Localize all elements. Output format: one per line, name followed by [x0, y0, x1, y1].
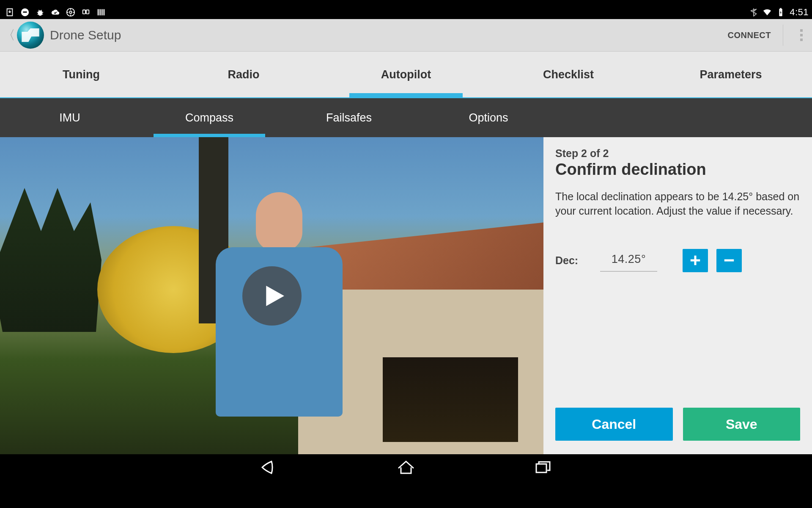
battery-charging-icon	[776, 8, 785, 17]
page-title: Drone Setup	[50, 28, 121, 42]
connect-button[interactable]: CONNECT	[728, 30, 771, 40]
tab-parameters[interactable]: Parameters	[650, 52, 812, 97]
svg-rect-6	[86, 10, 89, 14]
nav-back-icon	[258, 459, 280, 476]
svg-point-2	[38, 10, 43, 16]
svg-rect-7	[98, 9, 99, 15]
nav-back-button[interactable]	[255, 458, 283, 477]
subtab-failsafes[interactable]: Failsafes	[279, 98, 419, 137]
sync-circle-icon	[66, 8, 75, 17]
svg-rect-8	[99, 9, 101, 15]
android-debug-icon	[36, 8, 45, 17]
letterbox-bottom	[0, 480, 812, 508]
svg-rect-10	[104, 9, 105, 15]
chat-icon	[20, 8, 30, 17]
svg-rect-16	[536, 464, 546, 472]
app-logo-icon[interactable]	[17, 22, 44, 49]
step-label: Step 2 of 2	[555, 147, 800, 160]
wifi-icon	[763, 8, 772, 17]
android-status-bar: 4:51	[0, 5, 812, 19]
declination-input[interactable]	[600, 249, 657, 272]
nav-home-icon	[395, 459, 417, 476]
tab-radio[interactable]: Radio	[162, 52, 325, 97]
overflow-menu-button[interactable]	[795, 27, 808, 44]
back-icon[interactable]: 〈	[2, 27, 17, 44]
increment-button[interactable]	[683, 249, 708, 272]
nav-home-button[interactable]	[392, 458, 420, 477]
cloud-check-icon	[51, 8, 60, 17]
subtab-options[interactable]: Options	[419, 98, 558, 137]
bluetooth-icon	[749, 8, 758, 17]
declination-row: Dec:	[555, 249, 800, 272]
tab-checklist[interactable]: Checklist	[487, 52, 650, 97]
save-button[interactable]: Save	[683, 408, 801, 441]
svg-rect-12	[780, 8, 782, 8]
play-icon	[261, 282, 288, 309]
android-nav-bar	[0, 454, 812, 480]
subtab-compass[interactable]: Compass	[140, 98, 279, 137]
panel-description: The local declination appears to be 14.2…	[555, 190, 800, 218]
minus-icon	[723, 254, 735, 267]
panel-actions: Cancel Save	[555, 408, 800, 446]
action-bar: 〈 Drone Setup CONNECT	[0, 19, 812, 52]
divider	[783, 25, 783, 46]
declination-label: Dec:	[555, 254, 592, 267]
cancel-button[interactable]: Cancel	[555, 408, 673, 441]
content-area: Step 2 of 2 Confirm declination The loca…	[0, 137, 812, 454]
sub-tab-bar: IMU Compass Failsafes Options	[0, 98, 812, 137]
svg-point-4	[69, 11, 72, 14]
hangouts-icon	[81, 8, 91, 17]
play-button[interactable]	[242, 266, 302, 326]
svg-rect-9	[102, 9, 103, 15]
svg-rect-5	[83, 10, 85, 14]
svg-rect-14	[691, 260, 700, 262]
bars-icon	[96, 8, 106, 17]
svg-rect-1	[23, 11, 27, 13]
main-tab-bar: Tuning Radio Autopilot Checklist Paramet…	[0, 52, 812, 98]
nav-recents-button[interactable]	[529, 458, 557, 477]
tab-autopilot[interactable]: Autopilot	[325, 52, 487, 97]
decrement-button[interactable]	[716, 249, 742, 272]
download-icon	[5, 8, 14, 17]
svg-rect-15	[724, 260, 734, 262]
nav-recents-icon	[532, 459, 554, 476]
plus-icon	[689, 254, 702, 267]
declination-panel: Step 2 of 2 Confirm declination The loca…	[543, 137, 812, 454]
letterbox-top	[0, 0, 812, 5]
subtab-imu[interactable]: IMU	[0, 98, 140, 137]
status-clock: 4:51	[790, 7, 809, 18]
panel-title: Confirm declination	[555, 160, 800, 179]
tab-tuning[interactable]: Tuning	[0, 52, 162, 97]
tutorial-video-thumbnail[interactable]	[0, 137, 543, 454]
